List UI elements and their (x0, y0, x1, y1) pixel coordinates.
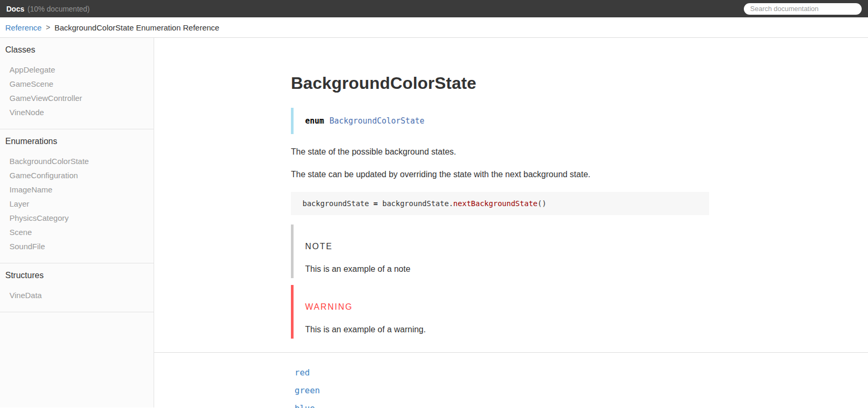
sidebar-item-gameconfiguration[interactable]: GameConfiguration (0, 168, 154, 182)
sidebar-section-classes: Classes AppDelegate GameScene GameViewCo… (0, 38, 154, 129)
docs-title: Docs (6, 5, 24, 13)
code-highlighted-method: nextBackgroundState (453, 199, 538, 208)
member-link-green[interactable]: green (295, 385, 709, 396)
breadcrumb: Reference > BackgroundColorState Enumera… (0, 17, 868, 38)
warning-callout: WARNING This is an example of a warning. (291, 285, 709, 339)
member-link-red[interactable]: red (295, 367, 709, 378)
code-sample-block: backgroundState = backgroundState.nextBa… (291, 192, 709, 215)
breadcrumb-current-page: BackgroundColorState Enumeration Referen… (54, 23, 219, 32)
sidebar-section-title: Classes (0, 45, 154, 55)
page-title: BackgroundColorState (291, 74, 709, 93)
members-list: red green blue color nextBackgroundState… (291, 353, 709, 408)
breadcrumb-reference-link[interactable]: Reference (5, 23, 42, 32)
sidebar-item-soundfile[interactable]: SoundFile (0, 239, 154, 253)
note-text: This is an example of a note (305, 264, 709, 274)
warning-label: WARNING (305, 302, 709, 312)
sidebar-section-title: Structures (0, 271, 154, 280)
breadcrumb-separator: > (46, 23, 50, 32)
sidebar-item-backgroundcolorstate[interactable]: BackgroundColorState (0, 154, 154, 168)
sidebar-section-title: Enumerations (0, 137, 154, 146)
sidebar-item-gamescene[interactable]: GameScene (0, 77, 154, 91)
note-callout: NOTE This is an example of a note (291, 225, 709, 278)
sidebar-item-scene[interactable]: Scene (0, 225, 154, 239)
page-body: Classes AppDelegate GameScene GameViewCo… (0, 38, 868, 407)
sidebar-item-layer[interactable]: Layer (0, 197, 154, 211)
search-input[interactable] (744, 3, 862, 15)
sidebar-item-imagename[interactable]: ImageName (0, 182, 154, 197)
discussion-paragraph: The state can be updated by overriding t… (291, 169, 709, 179)
sidebar-item-physicscategory[interactable]: PhysicsCategory (0, 211, 154, 225)
top-header-bar: Docs (10% documented) (0, 0, 868, 17)
sidebar-item-appdelegate[interactable]: AppDelegate (0, 63, 154, 77)
sidebar-section-structures: Structures VineData (0, 263, 154, 312)
abstract-paragraph: The state of the possible background sta… (291, 147, 709, 157)
sidebar-item-vinenode[interactable]: VineNode (0, 105, 154, 119)
documentation-coverage: (10% documented) (27, 5, 89, 13)
sidebar-nav: Classes AppDelegate GameScene GameViewCo… (0, 38, 154, 407)
member-link-blue[interactable]: blue (295, 403, 709, 408)
warning-text: This is an example of a warning. (305, 324, 709, 334)
main-content: BackgroundColorState enumBackgroundColor… (154, 38, 868, 407)
note-label: NOTE (305, 241, 709, 251)
code-sample-line: backgroundState = backgroundState.nextBa… (302, 199, 698, 208)
declaration-keyword: enum (305, 116, 324, 126)
article: BackgroundColorState enumBackgroundColor… (291, 74, 709, 339)
sidebar-item-gameviewcontroller[interactable]: GameViewController (0, 91, 154, 105)
sidebar-section-enumerations: Enumerations BackgroundColorState GameCo… (0, 129, 154, 263)
sidebar-item-vinedata[interactable]: VineData (0, 288, 154, 302)
declaration-type-name: BackgroundColorState (329, 116, 425, 126)
enum-declaration: enumBackgroundColorState (291, 108, 709, 134)
